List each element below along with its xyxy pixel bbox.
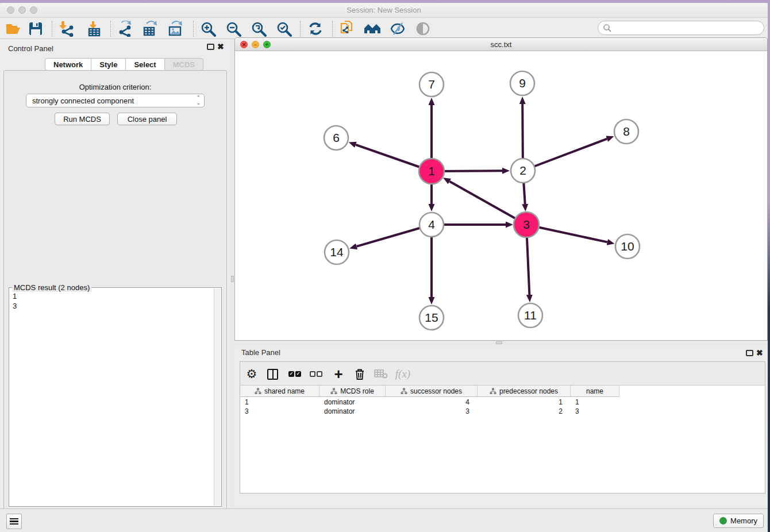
import-network-icon[interactable]	[57, 20, 76, 37]
export-network-icon[interactable]	[116, 20, 134, 37]
open-session-icon[interactable]	[3, 20, 22, 37]
column-header-label: successor nodes	[410, 387, 462, 395]
search-input[interactable]	[612, 24, 764, 32]
graph-node-label: 9	[519, 76, 526, 90]
mcds-result-box: MCDS result (2 nodes) 1 3	[9, 287, 222, 507]
add-column-icon[interactable]: +	[330, 365, 347, 383]
zoom-in-icon[interactable]	[199, 20, 217, 37]
select-all-columns-icon[interactable]: ✓✓	[286, 365, 303, 383]
column-header-label: MCDS role	[340, 387, 374, 395]
mcds-panel-body: Optimization criterion: strongly connect…	[3, 70, 227, 511]
run-mcds-button[interactable]: Run MCDS	[55, 113, 110, 125]
table-panel-close-icon[interactable]: ✖	[756, 348, 763, 357]
control-panel-close-icon[interactable]: ✖	[217, 42, 224, 51]
save-session-icon[interactable]	[26, 20, 45, 37]
graph-node-label: 3	[523, 218, 530, 231]
first-neighbors-icon[interactable]	[363, 20, 382, 37]
apply-function-icon[interactable]: f(x)	[394, 365, 411, 383]
horizontal-splitter-handle[interactable]	[496, 341, 502, 344]
control-panel-title: Control Panel	[8, 44, 53, 53]
table-settings-icon[interactable]: ⚙	[243, 365, 260, 383]
show-all-icon[interactable]	[414, 20, 432, 37]
graph-node-label: 6	[333, 131, 340, 144]
table-row[interactable]: 3dominator323	[240, 407, 619, 416]
zoom-out-icon[interactable]	[224, 20, 242, 37]
table-row[interactable]: 1dominator411	[240, 398, 619, 407]
tab-mcds[interactable]: MCDS	[165, 58, 203, 71]
graph-node-label: 1	[428, 164, 435, 178]
graph-node-label: 2	[519, 164, 526, 177]
tab-select[interactable]: Select	[126, 58, 164, 71]
column-type-icon	[330, 388, 337, 395]
mcds-result-scrollbar[interactable]	[214, 288, 221, 506]
delete-column-icon[interactable]	[351, 365, 368, 383]
delete-table-icon[interactable]	[372, 365, 390, 383]
column-header-predecessor-nodes[interactable]: predecessor nodes	[478, 385, 571, 397]
column-header-successor-nodes[interactable]: successor nodes	[386, 385, 478, 397]
app-titlebar: Session: New Session	[0, 3, 768, 18]
vertical-splitter-handle[interactable]	[231, 276, 234, 282]
table-cell[interactable]: 2	[478, 407, 571, 416]
table-header-row: shared nameMCDS rolesuccessor nodesprede…	[240, 385, 619, 397]
split-view-icon[interactable]	[264, 365, 281, 383]
table-cell[interactable]: 3	[240, 407, 319, 416]
memory-button[interactable]: Memory	[713, 514, 764, 528]
search-box[interactable]	[598, 21, 764, 35]
control-panel-tabs: Network Style Select MCDS	[45, 58, 203, 71]
control-panel: Control Panel ✖ Network Style Select MCD…	[0, 39, 230, 511]
tab-style[interactable]: Style	[91, 58, 126, 71]
memory-label: Memory	[730, 516, 757, 525]
table-cell[interactable]: 3	[386, 407, 478, 416]
import-table-icon[interactable]	[85, 20, 103, 37]
table-cell[interactable]: dominator	[319, 398, 386, 407]
show-panels-button[interactable]	[6, 514, 22, 529]
tab-network[interactable]: Network	[45, 58, 91, 71]
export-table-icon[interactable]	[141, 20, 160, 37]
zoom-selected-icon[interactable]	[275, 20, 293, 37]
column-type-icon	[401, 388, 407, 395]
horizontal-splitter[interactable]	[234, 341, 768, 345]
vertical-splitter[interactable]	[230, 39, 234, 511]
list-icon	[10, 517, 18, 526]
node-table-container: ⚙ ✓✓ + f(x) shared nameMCDS rolesuccesso…	[240, 361, 765, 494]
column-header-label: predecessor nodes	[499, 387, 558, 395]
table-panel-float-icon[interactable]	[746, 350, 753, 356]
table-cell[interactable]: 3	[571, 407, 619, 416]
graph-node-label: 8	[623, 125, 630, 138]
memory-status-icon	[719, 517, 727, 525]
control-panel-float-icon[interactable]	[207, 44, 214, 50]
status-bar: Memory	[0, 508, 768, 532]
graph-node-label: 10	[621, 240, 634, 253]
table-cell[interactable]: 4	[386, 398, 478, 407]
column-header-shared-name[interactable]: shared name	[240, 385, 319, 397]
main-toolbar	[0, 18, 768, 39]
session-title: Session: New Session	[0, 6, 768, 14]
network-window: ✕ − + scc.txt 7968124314101511	[234, 37, 768, 341]
network-title: scc.txt	[235, 40, 767, 49]
column-header-name[interactable]: name	[571, 385, 619, 397]
app-window: Session: New Session	[0, 3, 768, 532]
table-cell[interactable]: 1	[571, 398, 619, 407]
column-header-MCDS-role[interactable]: MCDS role	[319, 385, 386, 397]
graph-edge-2-8[interactable]	[523, 139, 607, 171]
search-icon	[603, 24, 612, 33]
table-cell[interactable]: 1	[240, 398, 319, 407]
table-cell[interactable]: dominator	[319, 407, 386, 416]
table-cell[interactable]: 1	[478, 398, 571, 407]
column-header-label: shared name	[264, 387, 305, 395]
network-canvas[interactable]: 7968124314101511	[235, 51, 767, 340]
refresh-icon[interactable]	[306, 20, 325, 37]
duplicate-network-icon[interactable]	[338, 20, 356, 37]
deselect-all-columns-icon[interactable]	[307, 365, 325, 383]
close-panel-button[interactable]: Close panel	[117, 113, 177, 125]
optimization-criterion-select[interactable]: strongly connected component ⌃⌄	[26, 94, 205, 107]
select-stepper-icon: ⌃⌄	[196, 95, 201, 106]
export-image-icon[interactable]	[167, 20, 185, 37]
hide-selected-icon[interactable]	[388, 20, 407, 37]
graph-node-label: 4	[428, 218, 435, 231]
mcds-result-text[interactable]: 1 3	[9, 289, 214, 505]
zoom-fit-icon[interactable]	[249, 20, 268, 37]
desktop-background-right	[768, 0, 770, 532]
graph-node-label: 15	[425, 311, 438, 324]
network-window-titlebar: ✕ − + scc.txt	[235, 38, 767, 51]
